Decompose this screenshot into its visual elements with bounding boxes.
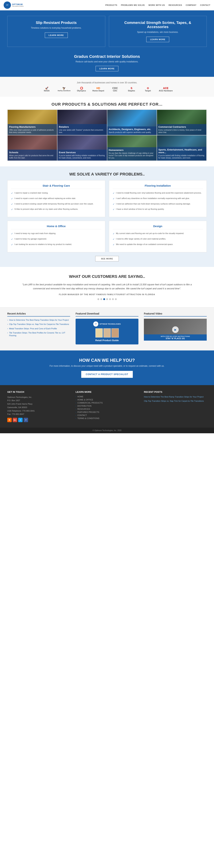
footer-link-distribution[interactable]: DISTRIBUTION xyxy=(76,405,138,407)
thumb-2 xyxy=(103,329,111,338)
hero-card-slip-resistant: Slip Resistant Products Timeless solutio… xyxy=(7,16,105,47)
thumb-3 xyxy=(111,329,119,338)
google-plus-icon[interactable]: G+ xyxy=(13,418,17,422)
dot-4[interactable] xyxy=(106,298,108,300)
check-icon: ✓ xyxy=(11,203,13,206)
thumb-1 xyxy=(96,329,103,338)
footer-link-commercial[interactable]: COMMERCIAL PRODUCTS xyxy=(76,402,138,404)
check-icon: ✓ xyxy=(113,232,114,235)
copyright-text: © Optimum Technologies, Inc. 2020 xyxy=(93,429,121,431)
twitter-icon[interactable]: t xyxy=(18,418,23,422)
facebook-icon[interactable]: f xyxy=(24,418,28,422)
check-icon: ✓ xyxy=(113,192,114,195)
product-card-title-2: Architects, Designers, Engineers, etc. xyxy=(109,128,155,131)
footer-contact-info: Optimum Technologies, Inc. P.O. Box 1927… xyxy=(7,396,70,416)
nav-work[interactable]: WORK WITH US xyxy=(148,4,165,6)
featured-section: Recent Articles How to Determine The Bes… xyxy=(0,307,214,350)
problem-item: ✓ We need to update the design of an out… xyxy=(113,243,203,246)
featured-video-title: Featured Video xyxy=(144,312,207,316)
dot-7[interactable] xyxy=(115,298,117,300)
article-link-2[interactable]: Metal Transition Strips: Pros and Cons o… xyxy=(7,327,70,330)
play-button[interactable] xyxy=(172,327,179,333)
product-card-desc-6: Do you face the classic challenge of rug… xyxy=(109,152,155,159)
rss-icon[interactable]: R xyxy=(7,418,12,422)
see-more-button[interactable]: SEE MORE xyxy=(95,256,118,261)
nav-contact[interactable]: CONTACT xyxy=(200,4,210,6)
dot-2[interactable] xyxy=(100,298,102,300)
product-card-events[interactable]: Event Services If you're tasked with fin… xyxy=(57,135,107,161)
footer-link-contact[interactable]: CONTACT xyxy=(76,414,138,416)
article-link-1[interactable]: Clip-Top Transition Strips vs. Nap Trim … xyxy=(7,323,70,326)
check-icon: ✓ xyxy=(113,238,114,241)
check-icon: ✓ xyxy=(113,203,114,206)
logo[interactable]: OT OPTIMUM TECHNOLOGIES xyxy=(4,1,24,9)
logos-row: 🚀 NASA 🦅 Harley Davidson ⭕ Olympics HD H… xyxy=(7,87,207,92)
recent-articles-title: Recent Articles xyxy=(7,312,70,316)
product-card-desc-4: When your project calls for products tha… xyxy=(9,154,56,159)
product-card-flooring-manufacturers[interactable]: Flooring Manufacturers Offer your retail… xyxy=(7,110,57,135)
nav-problems[interactable]: PROBLEMS WE SOLVE xyxy=(121,4,145,6)
problem-item: ✓ I need to offer large variety of color… xyxy=(113,238,203,241)
dot-6[interactable] xyxy=(112,298,114,300)
product-card-title-0: Flooring Manufacturers xyxy=(9,125,56,128)
hero-card1-title: Slip Resistant Products xyxy=(12,21,101,25)
product-card-retailers[interactable]: Retailers Line your aisles with "brainer… xyxy=(57,110,107,135)
hero-section: Slip Resistant Products Timeless solutio… xyxy=(0,10,214,52)
check-icon: ✓ xyxy=(11,232,13,235)
footer-link-terms[interactable]: TERMS & CONDITIONS xyxy=(76,417,138,420)
hero-card2-desc: Speed up installations, win more busines… xyxy=(114,31,202,33)
problem-item: ✓ I can't afford any downtime on floor i… xyxy=(113,197,203,200)
featured-download-img[interactable]: OT OPTIMUM TECHNOLOGIES Retail Product G… xyxy=(76,319,138,344)
problem-item: ✓ I'd like to prevent slips and falls on… xyxy=(11,208,101,211)
product-card-commercial[interactable]: Commercial Contractors Every contractor'… xyxy=(157,110,207,135)
logo-olympics: ⭕ Olympics xyxy=(76,87,87,92)
hero-card1-btn[interactable]: LEARN MORE xyxy=(45,32,68,38)
contact-specialist-button[interactable]: CONTACT A PRODUCT SPECIALIST xyxy=(81,371,133,378)
footer-link-home-office[interactable]: HOME & OFFICE xyxy=(76,399,138,401)
article-link-0[interactable]: How to Determine The Best Ramp Transitio… xyxy=(7,319,70,321)
product-card-sports[interactable]: Sports, Entertainment, Healthcare, and m… xyxy=(157,135,207,161)
logo-icon-text: OT xyxy=(6,4,8,6)
footer-link-resources[interactable]: RESOURCES xyxy=(76,408,138,410)
dot-5[interactable] xyxy=(109,298,111,300)
download-label: Retail Product Guide xyxy=(78,339,136,342)
hero-card2-btn[interactable]: LEARN MORE xyxy=(146,37,169,42)
product-card-homeowners[interactable]: Homeowners Do you face the classic chall… xyxy=(107,135,157,161)
featured-video-player[interactable]: WITH STEP-BY-STEP INSTRUCTIONS STAY 'N' … xyxy=(144,319,207,341)
nav-company[interactable]: COMPANY xyxy=(186,4,197,6)
download-logo-circle: OT xyxy=(93,321,98,327)
product-card-architects[interactable]: Architects, Designers, Engineers, etc. S… xyxy=(107,110,157,135)
article-link-3[interactable]: Tile Transition Strips: The Best Profile… xyxy=(7,332,70,337)
footer-recent-title: RECENT POSTS xyxy=(144,391,207,393)
product-card-schools[interactable]: Schools When your project calls for prod… xyxy=(7,135,57,161)
video-sub: WITH STEP-BY-STEP INSTRUCTIONS xyxy=(145,336,205,337)
check-icon: ✓ xyxy=(113,208,114,211)
problem-item: ✓ I have a short window of time to set u… xyxy=(113,208,203,211)
product-card-title-4: Schools xyxy=(9,151,56,154)
product-card-title-6: Homeowners xyxy=(109,149,155,151)
recent-post-0: How to Determine The Best Ramp Transitio… xyxy=(144,396,207,398)
footer-link-projects[interactable]: FEATURED PROJECTS xyxy=(76,411,138,413)
footer-link-home[interactable]: HOME xyxy=(76,396,138,398)
download-logo: OT OPTIMUM TECHNOLOGIES Retail Product G… xyxy=(78,321,136,342)
nav-products[interactable]: PRODUCTS xyxy=(105,4,117,6)
video-bg: WITH STEP-BY-STEP INSTRUCTIONS STAY 'N' … xyxy=(144,319,207,341)
featured-download-col: Featured Download OT OPTIMUM TECHNOLOGIE… xyxy=(76,312,138,346)
recent-post-link-1[interactable]: Clip-Top Transition Strips vs. Nap Trim … xyxy=(144,400,204,402)
product-card-desc-7: If you're tasked with finding reliable i… xyxy=(158,154,205,159)
recent-post-link-0[interactable]: How to Determine The Best Ramp Transitio… xyxy=(144,396,204,398)
product-card-desc-2: Specify products with superior aesthetic… xyxy=(109,131,155,133)
nav-resources[interactable]: RESOURCES xyxy=(169,4,182,6)
recent-articles-col: Recent Articles How to Determine The Bes… xyxy=(7,312,70,346)
problems-title: WE SOLVE A VARIETY OF PROBLEMS.. xyxy=(7,172,207,177)
logo-text: OPTIMUM xyxy=(12,3,24,5)
social-icons: R G+ t f xyxy=(7,418,70,422)
footer-contact-col: GET IN TOUCH Optimum Technologies, Inc. … xyxy=(7,391,70,422)
help-title: HOW CAN WE HELP YOU? xyxy=(7,358,207,363)
download-logo-text: OPTIMUM TECHNOLOGIES xyxy=(100,323,121,325)
testimonial-dots xyxy=(22,298,192,300)
gradus-btn[interactable]: LEARN MORE xyxy=(96,66,118,71)
product-card-desc-0: Offer your retail customers a suite of a… xyxy=(9,129,56,133)
dot-1[interactable] xyxy=(98,298,99,300)
dot-3[interactable] xyxy=(103,298,105,300)
